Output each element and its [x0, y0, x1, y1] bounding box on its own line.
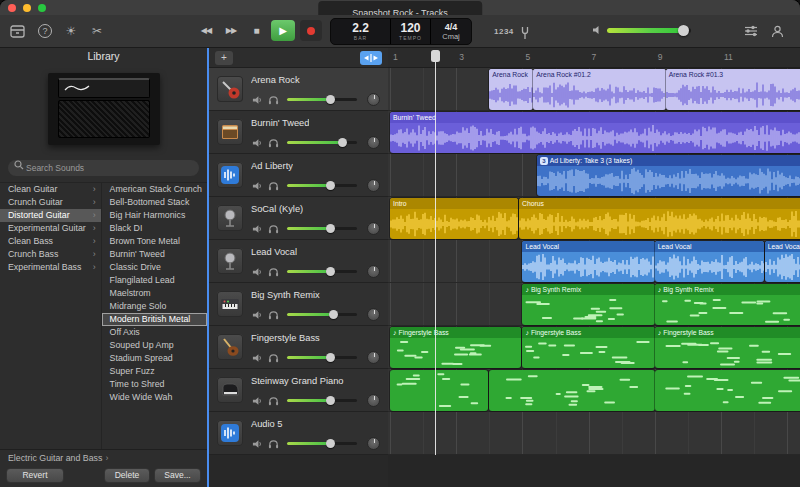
track-volume-slider[interactable] [287, 227, 357, 230]
mute-button[interactable] [251, 180, 264, 191]
volume-knob[interactable] [326, 439, 335, 448]
track-volume-slider[interactable] [287, 399, 357, 402]
library-category-experimental-guitar[interactable]: Experimental Guitar› [0, 222, 101, 235]
track-header-steinway-grand-piano[interactable]: Steinway Grand Piano [209, 369, 388, 412]
rewind-button[interactable]: ◀◀ [196, 20, 216, 41]
region-ad-liberty-take-3-3-takes[interactable]: 3Ad Liberty: Take 3 (3 takes) [537, 155, 800, 196]
library-preset-stadium-spread[interactable]: Stadium Spread [102, 352, 207, 365]
count-in-button[interactable]: 1234 [494, 27, 514, 36]
minimize-button[interactable] [23, 4, 31, 12]
track-header-socal-kyle[interactable]: SoCal (Kyle) [209, 197, 388, 240]
pan-knob[interactable] [367, 394, 380, 407]
lcd-display[interactable]: 2.2 BAR 120 TEMPO 4/4 Cmaj [330, 18, 472, 45]
library-preset-big-hair-harmonics[interactable]: Big Hair Harmonics [102, 209, 207, 222]
library-preset-souped-up-amp[interactable]: Souped Up Amp [102, 339, 207, 352]
library-preset-midrange-solo[interactable]: Midrange Solo [102, 300, 207, 313]
library-category-crunch-guitar[interactable]: Crunch Guitar› [0, 196, 101, 209]
pan-knob[interactable] [367, 265, 380, 278]
solo-button[interactable] [267, 94, 280, 105]
track-header-ad-liberty[interactable]: Ad Liberty [209, 154, 388, 197]
track-header-lead-vocal[interactable]: Lead Vocal [209, 240, 388, 283]
region-big-synth-remix[interactable]: ♪Big Synth Remix [655, 284, 800, 325]
region-fingerstyle-bass[interactable]: ♪Fingerstyle Bass [655, 327, 800, 368]
pan-knob[interactable] [367, 93, 380, 106]
track-header-audio-5[interactable]: Audio 5 [209, 412, 388, 455]
region-chorus[interactable]: Chorus [519, 198, 800, 239]
region-burnin-tweed[interactable]: Burnin' Tweed [390, 112, 800, 153]
track-volume-slider[interactable] [287, 270, 357, 273]
track-header-fingerstyle-bass[interactable]: Fingerstyle Bass [209, 326, 388, 369]
mute-button[interactable] [251, 223, 264, 234]
region-lead-vocal[interactable]: Lead Vocal [655, 241, 764, 282]
solo-button[interactable] [267, 266, 280, 277]
region-arena-rock[interactable]: Arena Rock [489, 69, 533, 110]
track-header-arena-rock[interactable]: Arena Rock [209, 68, 388, 111]
track-lane-lead-vocal[interactable]: Lead VocalLead VocalLead Vocal [388, 240, 800, 283]
library-preset-american-stack-crunch[interactable]: American Stack Crunch [102, 183, 207, 196]
search-input[interactable] [8, 160, 199, 176]
region-fingerstyle-bass[interactable]: ♪Fingerstyle Bass [522, 327, 654, 368]
volume-knob[interactable] [329, 310, 338, 319]
volume-knob[interactable] [338, 138, 347, 147]
library-category-clean-guitar[interactable]: Clean Guitar› [0, 183, 101, 196]
track-volume-slider[interactable] [287, 98, 357, 101]
library-preset-black-di[interactable]: Black DI [102, 222, 207, 235]
mute-button[interactable] [251, 266, 264, 277]
add-track-button[interactable]: + [215, 51, 233, 65]
track-volume-slider[interactable] [287, 184, 357, 187]
track-header-burnin-tweed[interactable]: Burnin' Tweed [209, 111, 388, 154]
mute-button[interactable] [251, 137, 264, 148]
library-preset-time-to-shred[interactable]: Time to Shred [102, 378, 207, 391]
track-volume-slider[interactable] [287, 141, 357, 144]
track-lane-socal-kyle[interactable]: IntroChorus [388, 197, 800, 240]
region-lead-vocal[interactable]: Lead Vocal [765, 241, 800, 282]
library-preset-brown-tone-metal[interactable]: Brown Tone Metal [102, 235, 207, 248]
library-category-distorted-guitar[interactable]: Distorted Guitar› [0, 209, 101, 222]
region-big-synth-remix[interactable]: ♪Big Synth Remix [522, 284, 654, 325]
fullscreen-button[interactable] [38, 4, 46, 12]
library-preset-flangilated-lead[interactable]: Flangilated Lead [102, 274, 207, 287]
track-lane-burnin-tweed[interactable]: Burnin' Tweed [388, 111, 800, 154]
library-preset-wide-wide-wah[interactable]: Wide Wide Wah [102, 391, 207, 404]
mute-button[interactable] [251, 309, 264, 320]
pan-knob[interactable] [367, 179, 380, 192]
pan-knob[interactable] [367, 308, 380, 321]
save-button[interactable]: Save... [154, 468, 201, 483]
record-button[interactable] [300, 20, 322, 41]
region-intro[interactable]: Intro [390, 198, 518, 239]
playhead-handle[interactable] [431, 50, 440, 62]
library-preset-modern-british-metal[interactable]: Modern British Metal [102, 313, 207, 326]
track-lane-big-synth-remix[interactable]: ♪Big Synth Remix♪Big Synth Remix [388, 283, 800, 326]
solo-button[interactable] [267, 137, 280, 148]
volume-knob[interactable] [326, 353, 335, 362]
timeline-ruler[interactable]: 1357911 [388, 48, 800, 68]
track-lane-fingerstyle-bass[interactable]: ♪Fingerstyle Bass♪Fingerstyle Bass♪Finge… [388, 326, 800, 369]
volume-knob[interactable] [326, 396, 335, 405]
mute-button[interactable] [251, 352, 264, 363]
tuner-button[interactable] [516, 24, 534, 42]
display-brightness-button[interactable]: ☀ [62, 22, 80, 40]
track-volume-slider[interactable] [287, 313, 357, 316]
solo-button[interactable] [267, 309, 280, 320]
account-button[interactable] [768, 22, 786, 40]
track-lane-arena-rock[interactable]: Arena RockArena Rock #01.2Arena Rock #01… [388, 68, 800, 111]
region-lead-vocal[interactable]: Lead Vocal [522, 241, 654, 282]
track-lane-audio-5[interactable] [388, 412, 800, 455]
pan-knob[interactable] [367, 437, 380, 450]
region-untitled[interactable] [390, 370, 488, 411]
forward-button[interactable]: ▶▶ [221, 20, 241, 41]
catch-playhead-button[interactable] [360, 51, 382, 65]
region-arena-rock-01-2[interactable]: Arena Rock #01.2 [533, 69, 665, 110]
volume-knob[interactable] [326, 267, 335, 276]
edit-scissors-button[interactable]: ✂ [88, 22, 106, 40]
library-category-clean-bass[interactable]: Clean Bass› [0, 235, 101, 248]
volume-knob[interactable] [326, 95, 335, 104]
region-fingerstyle-bass[interactable]: ♪Fingerstyle Bass [390, 327, 521, 368]
close-button[interactable] [8, 4, 16, 12]
master-volume-slider[interactable] [607, 28, 691, 33]
library-category-crunch-bass[interactable]: Crunch Bass› [0, 248, 101, 261]
master-volume-knob[interactable] [678, 25, 689, 36]
solo-button[interactable] [267, 223, 280, 234]
track-lane-ad-liberty[interactable]: 3Ad Liberty: Take 3 (3 takes) [388, 154, 800, 197]
revert-button[interactable]: Revert [6, 468, 64, 483]
